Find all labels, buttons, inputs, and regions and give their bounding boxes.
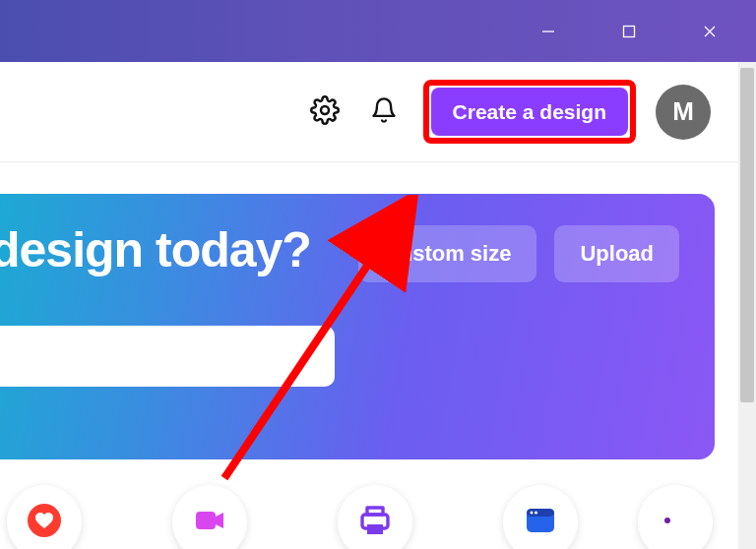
printer-icon	[355, 501, 395, 544]
custom-size-button[interactable]: Custom size	[358, 225, 537, 282]
scrollbar-thumb[interactable]	[740, 68, 754, 402]
category-websites[interactable]: Websites	[496, 485, 585, 549]
category-icon-circle	[503, 485, 578, 549]
app-viewport: Create a design M design today? Custom s…	[0, 62, 738, 549]
annotation-highlight: Create a design	[423, 80, 636, 144]
more-icon	[658, 503, 693, 542]
category-more[interactable]: M	[662, 485, 701, 549]
svg-point-4	[321, 106, 329, 114]
svg-rect-1	[624, 26, 635, 36]
upload-button[interactable]: Upload	[554, 225, 679, 282]
gear-icon	[310, 95, 340, 129]
category-row: Social media Videos	[0, 485, 738, 549]
category-icon-circle	[638, 485, 713, 549]
search-input[interactable]	[0, 326, 335, 387]
hero-banner: design today? Custom size Upload	[0, 194, 715, 459]
category-icon-circle	[338, 485, 412, 549]
svg-rect-9	[367, 524, 383, 534]
notifications-button[interactable]	[364, 92, 404, 132]
category-print-products[interactable]: Print products	[331, 485, 419, 549]
heart-icon	[24, 500, 65, 545]
svg-point-13	[535, 512, 537, 515]
close-button[interactable]	[687, 16, 732, 47]
settings-button[interactable]	[305, 92, 345, 132]
scrollbar-track[interactable]	[738, 62, 756, 549]
app-header: Create a design M	[0, 62, 738, 162]
minimize-button[interactable]	[526, 16, 571, 47]
video-icon	[190, 501, 229, 544]
user-avatar[interactable]: M	[656, 85, 711, 140]
svg-rect-8	[367, 508, 383, 515]
svg-rect-6	[196, 512, 216, 529]
hero-actions: Custom size Upload	[358, 225, 679, 282]
browser-icon	[522, 502, 559, 543]
bell-icon	[370, 96, 398, 128]
window-titlebar	[0, 0, 756, 62]
svg-point-14	[664, 518, 670, 523]
category-icon-circle	[7, 485, 82, 549]
category-social-media[interactable]: Social media	[0, 485, 89, 549]
category-videos[interactable]: Videos	[165, 485, 254, 549]
svg-point-12	[531, 512, 534, 515]
category-icon-circle	[172, 485, 247, 549]
maximize-button[interactable]	[606, 16, 652, 47]
create-design-button[interactable]: Create a design	[431, 88, 628, 136]
